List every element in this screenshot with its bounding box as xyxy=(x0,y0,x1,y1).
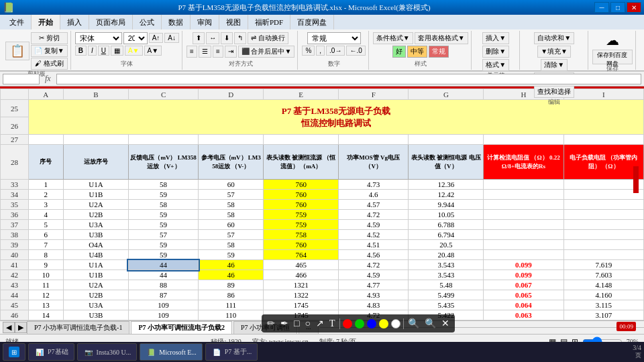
cell-num[interactable]: 8 xyxy=(28,250,63,260)
ribbon-tab-公式[interactable]: 公式 xyxy=(133,15,162,29)
cell-re[interactable]: 3.107 xyxy=(564,310,643,320)
cell-op[interactable]: U1A xyxy=(63,180,128,190)
cell-re[interactable] xyxy=(564,180,643,190)
cell-current[interactable]: 1321 xyxy=(264,280,339,290)
cell-re[interactable]: 7.603 xyxy=(564,270,643,280)
cell-voltage[interactable]: 20.5 xyxy=(409,240,484,250)
cell-vminus[interactable]: 59 xyxy=(199,250,264,260)
ribbon-tab-视图[interactable]: 视图 xyxy=(219,15,248,29)
font-size-select[interactable]: 20 xyxy=(123,32,148,44)
font-color-button[interactable]: A▼ xyxy=(144,46,162,56)
cell-re[interactable] xyxy=(564,210,643,220)
decrease-font-button[interactable]: A↓ xyxy=(164,33,179,43)
cell-re[interactable]: 3.115 xyxy=(564,300,643,310)
ribbon-tab-审阅[interactable]: 审阅 xyxy=(191,15,219,29)
cell-rs[interactable]: 0.067 xyxy=(484,280,564,290)
cell-vminus[interactable]: 60 xyxy=(199,180,264,190)
cell-op[interactable]: U3A xyxy=(63,300,128,310)
col-header-D[interactable]: D xyxy=(199,89,264,100)
cell-num[interactable]: 14 xyxy=(28,310,63,320)
cell-num[interactable]: 10 xyxy=(28,270,63,280)
cell-num[interactable]: 1 xyxy=(28,180,63,190)
italic-button[interactable]: I xyxy=(88,46,97,56)
delete-cell-button[interactable]: 删除▼ xyxy=(482,46,509,58)
cell-vminus[interactable]: 111 xyxy=(199,300,264,310)
cell-op[interactable]: U2B xyxy=(63,290,128,300)
cell-voltage[interactable]: 12.42 xyxy=(409,190,484,200)
ribbon-tab-百度网盘[interactable]: 百度网盘 xyxy=(290,15,334,29)
cell-re[interactable] xyxy=(564,200,643,210)
increase-font-button[interactable]: A↑ xyxy=(149,33,164,43)
ribbon-tab-文件[interactable]: 文件 xyxy=(3,15,32,29)
cell-vg[interactable]: 4.52 xyxy=(339,230,409,240)
sheet-tab[interactable]: P7 小功率可调恒流电子负载-1 xyxy=(27,321,129,334)
cell-vplus[interactable]: 57 xyxy=(128,230,198,240)
cell-voltage[interactable]: 10.05 xyxy=(409,210,484,220)
cell-current[interactable]: 758 xyxy=(264,230,339,240)
cell-rs[interactable]: 0.099 xyxy=(484,260,564,270)
text-tool[interactable]: T xyxy=(328,317,337,330)
minimize-button[interactable]: ─ xyxy=(594,2,609,13)
cell-vplus[interactable]: 44 xyxy=(128,260,198,270)
cell-vg[interactable]: 4.77 xyxy=(339,280,409,290)
save-cloud-button[interactable]: 保存到百度网盘 xyxy=(592,50,633,64)
cell-current[interactable]: 760 xyxy=(264,180,339,190)
find-button[interactable]: 查找和选择 xyxy=(534,86,574,98)
align-center-button[interactable]: ☰ xyxy=(199,46,211,58)
cell-vplus[interactable]: 59 xyxy=(128,220,198,230)
taskbar-item[interactable]: 📗Microsoft E... xyxy=(140,343,203,361)
format-cell-button[interactable]: 格式▼ xyxy=(482,59,509,71)
merge-button[interactable]: ⬛ 合并后居中▼ xyxy=(238,46,295,58)
cell-vminus[interactable]: 60 xyxy=(199,220,264,230)
cell-current[interactable]: 1745 xyxy=(264,300,339,310)
cell-vplus[interactable]: 59 xyxy=(128,250,198,260)
font-name-select[interactable]: 宋体 xyxy=(75,32,122,44)
color-white[interactable] xyxy=(391,319,400,328)
cell-vplus[interactable]: 109 xyxy=(128,310,198,320)
cut-button[interactable]: ✂ 剪切 xyxy=(31,32,68,44)
medium-style[interactable]: 中等 xyxy=(407,46,427,58)
good-style[interactable]: 好 xyxy=(392,46,406,58)
cell-op[interactable]: U2A xyxy=(63,200,128,210)
taskbar-item[interactable]: 📄P7 基于... xyxy=(205,343,258,361)
copy-button[interactable]: 📄 复制▼ xyxy=(31,45,68,57)
cell-rs[interactable]: 0.064 xyxy=(484,300,564,310)
start-button[interactable]: ⊞ xyxy=(3,343,25,361)
cell-vminus[interactable]: 58 xyxy=(199,210,264,220)
cell-vplus[interactable]: 109 xyxy=(128,300,198,310)
cell-vg[interactable]: 4.59 xyxy=(339,270,409,280)
close-toolbar-button[interactable]: ✕ xyxy=(440,316,451,330)
cell-vplus[interactable]: 88 xyxy=(128,280,198,290)
align-left-button[interactable]: ≡ xyxy=(186,46,197,58)
cell-vminus[interactable]: 110 xyxy=(199,310,264,320)
cell-voltage[interactable]: 5.499 xyxy=(409,290,484,300)
cell-vg[interactable]: 4.72 xyxy=(339,210,409,220)
formula-input[interactable]: 44 xyxy=(56,74,641,84)
cell-op[interactable]: O4A xyxy=(63,240,128,250)
arrow-tool[interactable]: ↗ xyxy=(315,316,325,330)
cell-num[interactable]: 9 xyxy=(28,260,63,270)
col-header-I[interactable]: I xyxy=(564,89,643,100)
ribbon-tab-福昕PDF[interactable]: 福昕PDF xyxy=(248,15,290,29)
insert-cell-button[interactable]: 插入▼ xyxy=(482,32,509,44)
cell-vplus[interactable]: 59 xyxy=(128,240,198,250)
cell-vplus[interactable]: 58 xyxy=(128,180,198,190)
pencil-tool[interactable]: ✏ xyxy=(266,316,276,330)
cell-current[interactable]: 759 xyxy=(264,220,339,230)
cell-re[interactable]: 7.619 xyxy=(564,260,643,270)
cell-vminus[interactable]: 86 xyxy=(199,290,264,300)
ribbon-tab-页面布局[interactable]: 页面布局 xyxy=(89,15,133,29)
ribbon-tab-开始[interactable]: 开始 xyxy=(32,15,60,29)
new-sheet-button[interactable]: ◀ xyxy=(3,322,15,333)
cell-current[interactable]: 760 xyxy=(264,240,339,250)
decrease-decimal-button[interactable]: ←.0 xyxy=(346,46,365,56)
cell-voltage[interactable]: 3.543 xyxy=(409,270,484,280)
col-header-E[interactable]: E xyxy=(264,89,339,100)
conditional-format-button[interactable]: 条件格式▼ xyxy=(373,32,413,44)
cell-reference-input[interactable]: C46 xyxy=(3,74,40,84)
cell-vg[interactable]: 4.6 xyxy=(339,190,409,200)
ribbon-tab-插入[interactable]: 插入 xyxy=(60,15,89,29)
cell-num[interactable]: 12 xyxy=(28,290,63,300)
align-middle-button[interactable]: ↔ xyxy=(206,32,219,44)
cell-vg[interactable]: 4.93 xyxy=(339,290,409,300)
